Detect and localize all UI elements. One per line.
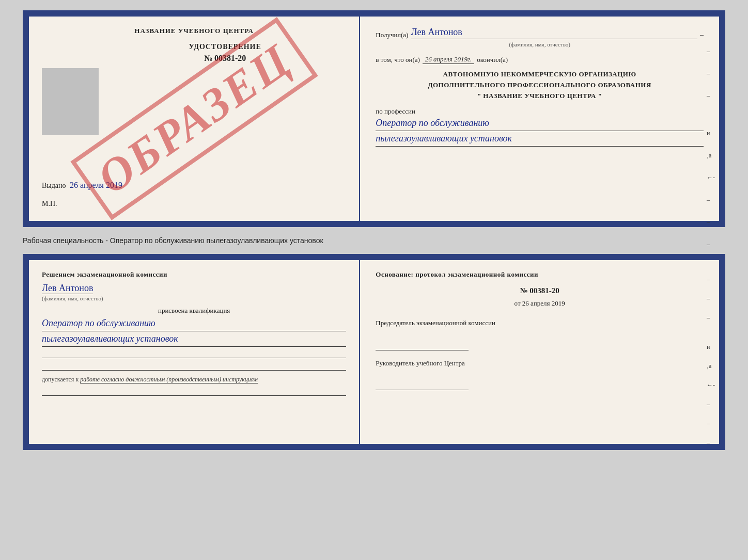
protocol-date-value: 26 апреля 2019 <box>522 299 565 307</box>
bdash8: – <box>707 420 715 427</box>
middle-label: Рабочая специальность - Оператор по обсл… <box>23 232 725 249</box>
recipient-line: Получил(а) Лев Антонов – <box>376 27 704 39</box>
bdash5: ‚а <box>707 362 715 370</box>
bdash7: – <box>707 401 715 408</box>
chairman-sig-line <box>376 341 469 350</box>
basis-label: Основание: протокол экзаменационной коми… <box>376 270 704 279</box>
blank-line1 <box>42 349 346 358</box>
profession-value2: пылегазоулавливающих установок <box>376 133 704 147</box>
protocol-date: от 26 апреля 2019 <box>376 299 704 308</box>
assigned-label: присвоена квалификация <box>42 307 346 315</box>
allowed-text-value: работе согласно должностным (производств… <box>80 376 258 383</box>
issued-label: Выдано <box>42 182 66 189</box>
dash6: ←- <box>707 174 715 182</box>
okoncil-label: окончил(а) <box>477 56 508 64</box>
dash3: – <box>707 92 715 100</box>
top-certificate: НАЗВАНИЕ УЧЕБНОГО ЦЕНТРА УДОСТОВЕРЕНИЕ №… <box>23 10 725 227</box>
profession-value1: Оператор по обслуживанию <box>376 118 704 131</box>
cert-label: УДОСТОВЕРЕНИЕ <box>104 43 346 51</box>
qual-value2: пылегазоулавливающих установок <box>42 333 346 347</box>
recipient-label: Получил(а) <box>376 31 408 39</box>
bdash3: – <box>707 314 715 322</box>
director-sig-line <box>376 381 469 390</box>
vtom-label: в том, что он(а) <box>376 56 420 64</box>
mp-line: М.П. <box>42 200 57 208</box>
vtom-line: в том, что он(а) 26 апреля 2019г. окончи… <box>376 55 704 64</box>
bdash4: и <box>707 343 715 351</box>
dash7: – <box>707 196 715 204</box>
protocol-number: № 00381-20 <box>376 286 704 295</box>
qual-value1: Оператор по обслуживанию <box>42 318 346 331</box>
cert-bottom-left: Решением экзаменационной комиссии Лев Ан… <box>29 260 360 444</box>
person-name-value: Лев Антонов <box>42 283 93 294</box>
cert-bottom-right: Основание: протокол экзаменационной коми… <box>360 260 719 444</box>
school-name-top: НАЗВАНИЕ УЧЕБНОГО ЦЕНТРА <box>42 27 346 35</box>
allowed-prefix: допускается к <box>42 376 79 383</box>
document-container: НАЗВАНИЕ УЧЕБНОГО ЦЕНТРА УДОСТОВЕРЕНИЕ №… <box>23 10 725 450</box>
signature-block: Председатель экзаменационной комиссии Ру… <box>376 318 704 390</box>
dash2: – <box>707 70 715 77</box>
cert-top-right: Получил(а) Лев Антонов – (фамилия, имя, … <box>360 17 719 221</box>
bdash9: – <box>707 439 715 446</box>
org-line2: ДОПОЛНИТЕЛЬНОГО ПРОФЕССИОНАЛЬНОГО ОБРАЗО… <box>376 80 704 91</box>
issued-date: 26 апреля 2019 <box>70 181 122 189</box>
date-value: 26 апреля 2019г. <box>423 55 474 64</box>
dash1: – <box>707 47 715 55</box>
photo-placeholder <box>42 68 99 135</box>
recipient-name: Лев Антонов <box>411 27 697 39</box>
dash9: – <box>707 241 715 248</box>
org-line3: " НАЗВАНИЕ УЧЕБНОГО ЦЕНТРА " <box>376 91 704 102</box>
director-label: Руководитель учебного Центра <box>376 358 704 369</box>
fio-caption-top: (фамилия, имя, отчество) <box>376 41 704 47</box>
person-name-bottom: Лев Антонов <box>42 283 346 295</box>
chairman-label: Председатель экзаменационной комиссии <box>376 318 704 328</box>
decision-text: Решением экзаменационной комиссии <box>42 270 346 279</box>
right-dashes-bottom: – – – и ‚а ←- – – – <box>707 276 715 446</box>
protocol-date-prefix: от <box>515 299 521 307</box>
dash8: – <box>707 218 715 226</box>
blank-line2 <box>42 361 346 371</box>
profession-label: по профессии <box>376 107 704 116</box>
cert-top-left: НАЗВАНИЕ УЧЕБНОГО ЦЕНТРА УДОСТОВЕРЕНИЕ №… <box>29 17 360 221</box>
fio-caption-bottom: (фамилия, имя, отчество) <box>42 295 346 301</box>
issued-line: Выдано 26 апреля 2019 <box>42 181 122 190</box>
bottom-certificate: Решением экзаменационной комиссии Лев Ан… <box>23 254 725 450</box>
org-block: АВТОНОМНУЮ НЕКОММЕРЧЕСКУЮ ОРГАНИЗАЦИЮ ДО… <box>376 69 704 101</box>
cert-number: № 00381-20 <box>104 54 346 63</box>
cert-id-block: УДОСТОВЕРЕНИЕ № 00381-20 <box>104 43 346 63</box>
dash4: и <box>707 130 715 137</box>
dash5: ‚а <box>707 152 715 159</box>
blank-line3 <box>42 387 346 396</box>
bdash6: ←- <box>707 381 715 389</box>
right-dashes-top: – – – и ‚а ←- – – – <box>707 47 715 248</box>
allowed-text: допускается к работе согласно должностны… <box>42 376 346 383</box>
recipient-dash: – <box>700 31 704 39</box>
bdash1: – <box>707 276 715 283</box>
bdash2: – <box>707 295 715 302</box>
org-line1: АВТОНОМНУЮ НЕКОММЕРЧЕСКУЮ ОРГАНИЗАЦИЮ <box>376 69 704 80</box>
